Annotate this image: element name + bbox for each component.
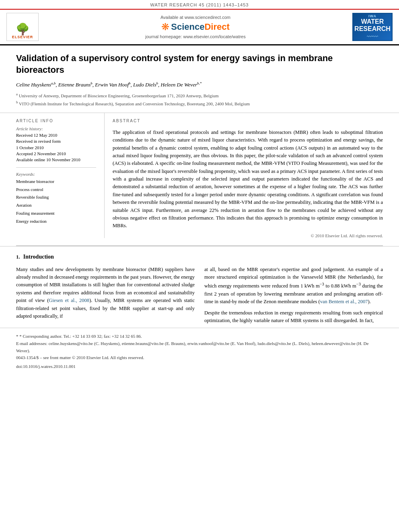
doi-line: doi:10.1016/j.watres.2010.11.001 [16,363,383,370]
giesen-ref[interactable]: Giesen et al., 2008 [49,298,89,303]
affiliations: a University of Antwerp, Department of B… [16,92,383,107]
abstract-label: ABSTRACT [113,119,383,123]
intro-right-col: at all, based on the MBR operator's expe… [204,266,383,328]
keywords-section: Keywords: Membrane bioreactor Process co… [16,172,96,226]
affiliation-a: a University of Antwerp, Department of B… [16,92,383,99]
introduction-section: 1. Introduction [0,246,399,263]
sciencedirect-logo: ❋ ScienceDirect [161,21,230,33]
article-info-abstract: ARTICLE INFO Article history: Received 1… [0,113,399,238]
intro-left-para: Many studies and new developments by mem… [16,266,195,320]
intro-left-col: Many studies and new developments by mem… [16,266,195,328]
accepted-date: Accepted 2 November 2010 [16,151,96,157]
available-online-date: Available online 10 November 2010 [16,157,96,163]
revised-date: Received in revised form1 October 2010 [16,138,96,151]
article-title-section: Validation of a supervisory control syst… [0,45,399,113]
keyword-1: Membrane bioreactor [16,178,96,186]
copyright-line: © 2010 Elsevier Ltd. All rights reserved… [113,233,383,238]
email-footnote: E-mail addresses: celine.huyskens@vito.b… [16,340,383,354]
vanbentem-ref[interactable]: van Bentem et al., 2007 [320,299,368,304]
intro-number: 1. [16,254,20,260]
footnotes: * * Corresponding author. Tel.: +32 14 3… [0,328,399,374]
article-history: Article history: Received 12 May 2010 Re… [16,126,96,163]
banner: 🌳 ELSEVIER Available at www.sciencedirec… [0,10,399,45]
journal-homepage: journal homepage: www.elsevier.com/locat… [39,34,352,39]
elsevier-tree-icon: 🌳 [16,24,30,35]
affiliation-b: b VITO (Flemish Institute for Technologi… [16,100,383,107]
author-vanhoof: Erwin Van Hoof [95,82,129,88]
affil-a-text: University of Antwerp, Department of Bio… [19,93,219,98]
affil-b-text: VITO (Flemish Institute for Technologica… [19,101,250,106]
introduction-body: Many studies and new developments by mem… [0,266,399,328]
elsevier-logo: 🌳 ELSEVIER [6,13,39,41]
elsevier-logo-container: 🌳 ELSEVIER [6,13,39,41]
abstract-col: ABSTRACT The application of fixed operat… [105,113,383,238]
author-huyskens: Celine Huyskens [16,82,51,88]
keywords-list: Membrane bioreactor Process control Reve… [16,178,96,226]
keyword-4: Aeration [16,201,96,210]
elsevier-label: ELSEVIER [12,35,33,39]
wr-label: WATERRESEARCH [354,18,391,32]
issn-line: 0043-1354/$ – see front matter © 2010 El… [16,354,383,362]
info-divider [16,167,96,168]
journal-header: WATER RESEARCH 45 (2011) 1443–1453 [0,0,399,10]
journal-title: WATER RESEARCH 45 (2011) 1443–1453 [150,2,249,7]
iwa-label: IWA [368,14,376,18]
abstract-text: The application of fixed operational pro… [113,129,383,230]
available-text: Available at www.sciencedirect.com [39,15,352,20]
sciencedirect-banner: Available at www.sciencedirect.com ❋ Sci… [39,15,352,39]
author-brauns: Etienne Brauns [58,82,91,88]
received-date: Received 12 May 2010 [16,132,96,138]
corresponding-text: * Corresponding author. Tel.: +32 14 33 … [19,334,142,339]
keywords-label: Keywords: [16,172,96,177]
sd-logo-text: ScienceDirect [171,22,230,32]
intro-right-para-2: Despite the tremendous reduction in ener… [204,309,383,325]
keyword-5: Fouling measurement [16,210,96,218]
intro-right-para-1: at all, based on the MBR operator's expe… [204,266,383,306]
article-info-col: ARTICLE INFO Article history: Received 1… [16,113,105,238]
author-diels: Ludo Diels [133,82,156,88]
wr-waves-icon: 〰〰 [367,33,378,40]
article-title: Validation of a supervisory control syst… [16,53,383,76]
article-info-label: ARTICLE INFO [16,119,96,123]
keyword-3: Reversible fouling [16,193,96,201]
author-dewever: Heleen De Wever [161,82,197,88]
history-label: Article history: [16,126,96,131]
keyword-6: Energy reduction [16,218,96,226]
authors-line: Celine Huyskensa,b, Etienne Braunsb, Erw… [16,81,383,88]
corresponding-footnote: * * Corresponding author. Tel.: +32 14 3… [16,333,383,340]
water-research-logo: IWA WATERRESEARCH 〰〰 [352,13,393,41]
sd-icon: ❋ [161,21,169,33]
intro-title: Introduction [23,254,54,260]
keyword-2: Process control [16,186,96,194]
